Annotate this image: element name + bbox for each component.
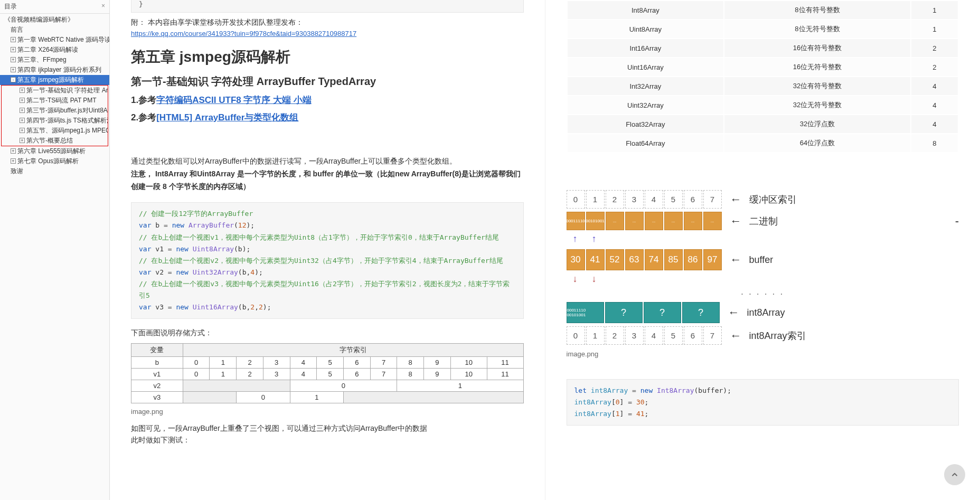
expand-icon[interactable]: + bbox=[11, 67, 16, 72]
toc-item-selected[interactable]: -第五章 jsmpeg源码解析 bbox=[0, 75, 109, 85]
toc-subitem[interactable]: +第六节-概要总结 bbox=[2, 136, 108, 146]
expand-icon[interactable]: + bbox=[11, 158, 16, 164]
buffer-diagram: 01234567←缓冲区索引 0001111000101001.........… bbox=[567, 190, 959, 345]
ref-link[interactable]: [HTML5] ArrayBuffer与类型化数组 bbox=[156, 112, 298, 122]
course-link[interactable]: https://ke.qq.com/course/341933?tuin=9f9… bbox=[131, 30, 356, 37]
arrow-left-icon: ← bbox=[730, 214, 742, 228]
toc-subitem[interactable]: +第一节-基础知识 字符处理 ArrayBuffer bbox=[2, 86, 108, 96]
attachment-note: 附： 本内容由享学课堂移动开发技术团队整理发布： bbox=[131, 18, 524, 27]
toc-subitem[interactable]: +第四节-源码ts.js TS格式解析流程 bbox=[2, 116, 108, 126]
paragraph: 通过类型化数组可以对ArrayBuffer中的数据进行读写，一段ArrayBuf… bbox=[131, 155, 524, 193]
content-right: Int8Array8位有符号整数1Uint8Array8位无符号整数1Int16… bbox=[545, 0, 981, 500]
sidebar: 目录 × 《音视频精编源码解析》 前言 +第一章 WebRTC Native 源… bbox=[0, 0, 110, 500]
paragraph: 如图可见，一段ArrayBuffer上重叠了三个视图，可以通过三种方式访问Arr… bbox=[131, 424, 524, 433]
toc-item[interactable]: +第一章 WebRTC Native 源码导读 bbox=[0, 35, 109, 45]
arrow-left-icon: ← bbox=[728, 306, 740, 319]
expand-icon[interactable]: + bbox=[11, 37, 16, 42]
toc-item[interactable]: +第二章 X264源码解读 bbox=[0, 45, 109, 55]
code-block: // 创建一段12字节的ArrayBuffer var b = new Arra… bbox=[131, 202, 524, 319]
toc-subitem[interactable]: +第五节、源码mpeg1.js MPEG1码流结 bbox=[2, 126, 108, 136]
toc-subitem[interactable]: +第三节-源码buffer.js对Uint8Array的封 bbox=[2, 106, 108, 116]
sidebar-title: 目录 bbox=[4, 2, 17, 11]
code-fragment-end: } bbox=[131, 0, 524, 13]
arrow-left-icon: ← bbox=[730, 329, 742, 343]
chapter-title: 第五章 jsmpeg源码解析 bbox=[131, 47, 524, 67]
table-caption: 下面画图说明存储方式： bbox=[131, 328, 524, 338]
close-icon[interactable]: × bbox=[101, 2, 105, 11]
ref-heading: 1.参考字符编码ASCII UTF8 字节序 大端 小端 bbox=[131, 94, 524, 106]
expand-icon[interactable]: + bbox=[20, 138, 25, 143]
toc-item[interactable]: +第七章 Opus源码解析 bbox=[0, 156, 109, 166]
expand-icon[interactable]: + bbox=[20, 88, 25, 93]
ref-heading: 2.参考[HTML5] ArrayBuffer与类型化数组 bbox=[131, 111, 524, 124]
toc-subitem[interactable]: +第二节-TS码流 PAT PMT bbox=[2, 96, 108, 106]
expand-icon[interactable]: + bbox=[20, 118, 25, 123]
content-left: } 附： 本内容由享学课堂移动开发技术团队整理发布： https://ke.qq… bbox=[110, 0, 545, 500]
expand-icon[interactable]: + bbox=[11, 57, 16, 62]
image-caption: image.png bbox=[567, 350, 959, 358]
expand-icon[interactable]: + bbox=[20, 108, 25, 113]
toc-item[interactable]: +第四章 ijkplayer 源码分析系列 bbox=[0, 65, 109, 75]
byte-table: 变量字节索引 b01234567891011 v101234567891011 … bbox=[131, 343, 524, 403]
image-caption: image.png bbox=[131, 408, 524, 416]
expand-icon[interactable]: + bbox=[20, 128, 25, 133]
expand-icon[interactable]: + bbox=[20, 98, 25, 103]
expand-icon[interactable]: + bbox=[11, 47, 16, 52]
scroll-top-button[interactable] bbox=[944, 464, 965, 485]
collapse-icon[interactable]: - bbox=[11, 77, 16, 82]
arrow-left-icon: ← bbox=[730, 253, 742, 267]
section-title: 第一节-基础知识 字符处理 ArrayBuffer TypedArray bbox=[131, 74, 524, 89]
toc-item[interactable]: +第六章 Live555源码解析 bbox=[0, 146, 109, 156]
chevron-up-icon bbox=[950, 470, 959, 479]
ref-link[interactable]: 字符编码ASCII UTF8 字节序 大端 小端 bbox=[156, 95, 312, 105]
typed-array-table: Int8Array8位有符号整数1Uint8Array8位无符号整数1Int16… bbox=[567, 0, 959, 153]
toc-item[interactable]: +第三章、FFmpeg bbox=[0, 55, 109, 65]
toc-tree: 《音视频精编源码解析》 前言 +第一章 WebRTC Native 源码导读 +… bbox=[0, 14, 109, 177]
paragraph: 此时做如下测试： bbox=[131, 436, 524, 445]
code-block: let int8Array = new Int8Array(buffer); i… bbox=[567, 379, 959, 426]
toc-root[interactable]: 《音视频精编源码解析》 bbox=[0, 15, 109, 25]
arrow-left-icon: ← bbox=[730, 193, 742, 206]
toc-item[interactable]: 前言 bbox=[0, 25, 109, 35]
toc-item[interactable]: 致谢 bbox=[0, 166, 109, 176]
expand-icon[interactable]: + bbox=[11, 148, 16, 154]
